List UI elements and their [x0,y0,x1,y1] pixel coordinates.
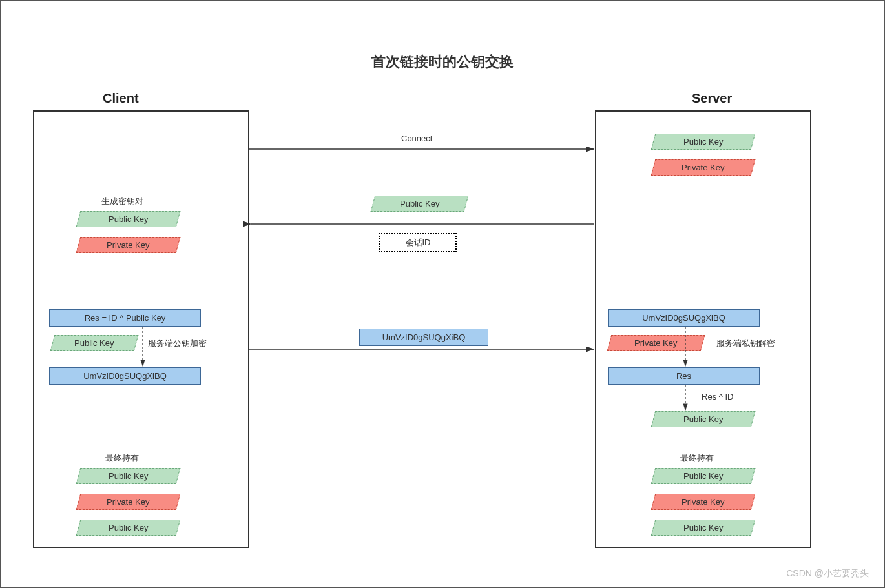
server-decrypt-with-priv: Private Key [607,335,705,351]
client-final-label: 最终持有 [105,452,139,464]
client-res-formula: Res = ID ^ Public Key [49,309,201,327]
server-final-priv: Private Key [651,494,756,510]
server-priv-decrypt-label: 服务端私钥解密 [716,338,775,349]
server-res: Res [608,367,760,385]
server-final-label: 最终持有 [680,452,714,464]
client-private-key: Private Key [76,237,181,253]
middle-ciphertext: UmVzID0gSUQgXiBQ [359,329,488,346]
client-final-pub1: Public Key [76,468,181,484]
diagram-canvas: 首次链接时的公钥交换 Client Server Public Key Priv… [0,0,885,588]
server-public-key: Public Key [651,134,756,150]
session-id-box: 会话ID [379,233,457,252]
client-ciphertext: UmVzID0gSUQgXiBQ [49,367,201,385]
server-derived-public-key: Public Key [651,411,756,427]
res-xor-id-label: Res ^ ID [702,392,733,401]
server-pub-encrypt-label: 服务端公钥加密 [148,338,207,349]
client-public-key: Public Key [76,211,181,227]
gen-keypair-label: 生成密钥对 [101,196,143,207]
client-column-label: Client [103,91,139,106]
client-final-pub2: Public Key [76,520,181,536]
server-private-key: Private Key [651,159,756,176]
diagram-title: 首次链接时的公钥交换 [1,52,884,72]
server-ciphertext: UmVzID0gSUQgXiBQ [608,309,760,327]
server-final-pub2: Public Key [651,520,756,536]
footer-watermark: CSDN @小艺要秃头 [786,568,869,580]
client-final-priv: Private Key [76,494,181,510]
connect-label: Connect [401,134,432,143]
server-final-pub1: Public Key [651,468,756,484]
server-sends-public-key: Public Key [371,196,469,212]
client-encrypt-with-pub: Public Key [50,335,139,351]
server-column-label: Server [692,91,732,106]
